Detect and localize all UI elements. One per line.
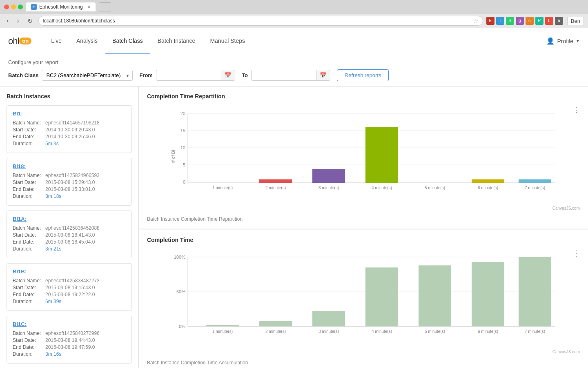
from-date-group: 📅: [156, 70, 235, 81]
svg-text:4 minute(s): 4 minute(s): [372, 186, 392, 190]
refresh-reports-button[interactable]: Refresh reports: [337, 69, 389, 81]
nav-item-batchclass[interactable]: Batch Class: [105, 28, 150, 54]
svg-rect-17: [312, 169, 345, 183]
start-date-value: 2015-03-08 18:41:43.0: [45, 232, 95, 238]
nav-item-live[interactable]: Live: [44, 28, 69, 54]
duration-label: Duration:: [13, 141, 45, 146]
batch-field-end: End Date: 2015-03-08 19:22:22.0: [13, 292, 126, 297]
extension-icon-1[interactable]: E: [486, 17, 494, 25]
batch-instance-id[interactable]: BI1B:: [13, 268, 126, 275]
browser-tab[interactable]: E Ephesoft Monitoring ✕: [26, 2, 96, 11]
extension-icon-6[interactable]: P: [535, 17, 543, 25]
browser-extensions: E i S g o P L ≡ Ben: [486, 17, 584, 25]
end-date-value: 2015-03-08 18:45:04.0: [45, 239, 95, 245]
chart2-menu-button[interactable]: ⋮: [572, 249, 580, 258]
duration-label: Duration:: [13, 351, 45, 357]
duration-label: Duration:: [13, 299, 45, 304]
forward-button[interactable]: ›: [14, 16, 21, 25]
batch-instance-card: BI1A: Batch Name: ephesoft1425836452088 …: [7, 211, 132, 258]
profile-menu[interactable]: 👤 Profile ▼: [546, 37, 580, 45]
batch-field-duration: Duration: 3m 18s: [13, 193, 126, 199]
minimize-dot[interactable]: [11, 4, 16, 9]
end-date-value: 2015-03-08 19:22:22.0: [45, 292, 95, 297]
svg-text:10: 10: [180, 145, 185, 150]
batch-field-start: Start Date: 2014-10-30 09:20:43.0: [13, 127, 126, 133]
svg-text:7 minute(s): 7 minute(s): [525, 329, 545, 334]
to-label: To: [242, 72, 248, 78]
duration-value: 3m 16s: [45, 351, 61, 357]
svg-text:4 minute(s): 4 minute(s): [372, 329, 392, 334]
from-date-input[interactable]: [156, 70, 221, 81]
extension-icon-2[interactable]: i: [496, 17, 504, 25]
svg-rect-43: [419, 265, 451, 326]
chart1-section: Completion Time Repartition ⋮ # of BI 0 …: [139, 86, 588, 228]
batch-name-label: Batch Name:: [13, 120, 45, 126]
batch-class-select[interactable]: BC2 (SearchablePDFTemplate): [42, 70, 133, 81]
user-name-badge: Ben: [567, 17, 584, 25]
chart2-section: Completion Time ⋮ 0% 50% 100%: [139, 230, 588, 368]
back-button[interactable]: ‹: [4, 16, 11, 25]
start-date-label: Start Date:: [13, 232, 45, 238]
batch-instance-id[interactable]: BI1:: [13, 111, 126, 117]
extension-icon-5[interactable]: o: [526, 17, 534, 25]
nav-item-batchinstance[interactable]: Batch Instance: [150, 28, 203, 54]
extension-icon-3[interactable]: S: [506, 17, 514, 25]
svg-text:15: 15: [180, 128, 185, 133]
batch-instance-id[interactable]: BI18:: [13, 163, 126, 169]
tab-title: Ephesoft Monitoring: [39, 4, 83, 10]
batch-class-field: Batch Class BC2 (SearchablePDFTemplate) …: [8, 70, 133, 81]
batch-class-label: Batch Class: [8, 72, 38, 78]
to-calendar-button[interactable]: 📅: [316, 70, 330, 81]
new-tab-area: [99, 2, 111, 11]
duration-label: Duration:: [13, 246, 45, 252]
close-dot[interactable]: [4, 4, 9, 9]
start-date-label: Start Date:: [13, 337, 45, 343]
batch-instances-title: Batch Instances: [7, 93, 132, 100]
start-date-label: Start Date:: [13, 127, 45, 133]
maximize-dot[interactable]: [18, 4, 23, 9]
batch-field-start: Start Date: 2015-03-08 15:29:43.0: [13, 180, 126, 185]
profile-chevron-icon: ▼: [576, 39, 580, 43]
address-bar[interactable]: localhost:18080/ohlon/batchclass ☆: [38, 16, 483, 26]
batch-instance-id[interactable]: BI1C:: [13, 321, 126, 327]
bookmark-icon[interactable]: ☆: [473, 18, 479, 24]
svg-rect-35: [206, 325, 239, 326]
nav-item-analysis[interactable]: Analysis: [69, 28, 105, 54]
batch-instance-id[interactable]: BI1A:: [13, 216, 126, 222]
batch-field-end: End Date: 2015-03-08 18:45:04.0: [13, 239, 126, 245]
batch-field-end: End Date: 2015-03-08 15:33:01.0: [13, 186, 126, 192]
batch-field-duration: Duration: 5m 3s: [13, 141, 126, 146]
duration-value: 5m 3s: [45, 141, 59, 146]
browser-chrome: E Ephesoft Monitoring ✕ ‹ › ↻ localhost:…: [0, 0, 588, 28]
to-date-input[interactable]: [251, 70, 316, 81]
extension-icon-7[interactable]: L: [545, 17, 553, 25]
address-text: localhost:18080/ohlon/batchclass: [43, 18, 471, 24]
tab-favicon: E: [31, 4, 37, 10]
profile-icon: 👤: [546, 37, 555, 45]
batch-instance-card: BI18: Batch Name: ephesoft1425824966593 …: [7, 158, 132, 206]
svg-rect-47: [519, 257, 551, 326]
from-field: From 📅: [139, 70, 235, 81]
main-nav: Live Analysis Batch Class Batch Instance…: [44, 28, 546, 54]
profile-label: Profile: [557, 38, 573, 44]
batch-field-start: Start Date: 2015-03-08 19:15:43.0: [13, 285, 126, 290]
reload-button[interactable]: ↻: [25, 16, 35, 26]
extension-icon-8[interactable]: ≡: [555, 17, 563, 25]
batch-instance-card: BI1: Batch Name: ephesoft1414657196218 S…: [7, 105, 132, 153]
end-date-label: End Date:: [13, 344, 45, 350]
extension-icon-4[interactable]: g: [516, 17, 524, 25]
nav-item-manualsteps[interactable]: Manual Steps: [203, 28, 252, 54]
from-calendar-button[interactable]: 📅: [221, 70, 235, 81]
tab-close-button[interactable]: ✕: [87, 4, 91, 10]
duration-value: 6m 39s: [45, 299, 61, 304]
batch-instance-card: BI1B: Batch Name: ephesoft1425838487273 …: [7, 263, 132, 311]
chart1-menu-button[interactable]: ⋮: [572, 105, 580, 114]
svg-rect-37: [259, 321, 292, 326]
batch-name-value: ephesoft1425838487273: [45, 278, 100, 284]
duration-value: 3m 18s: [45, 193, 61, 199]
svg-rect-41: [365, 268, 398, 327]
batch-name-value: ephesoft1425836452088: [45, 225, 100, 231]
batch-field-duration: Duration: 3m 21s: [13, 246, 126, 252]
start-date-value: 2015-03-08 19:44:43.0: [45, 337, 95, 343]
chart2-container: ⋮ 0% 50% 100% 1 min: [147, 249, 580, 358]
